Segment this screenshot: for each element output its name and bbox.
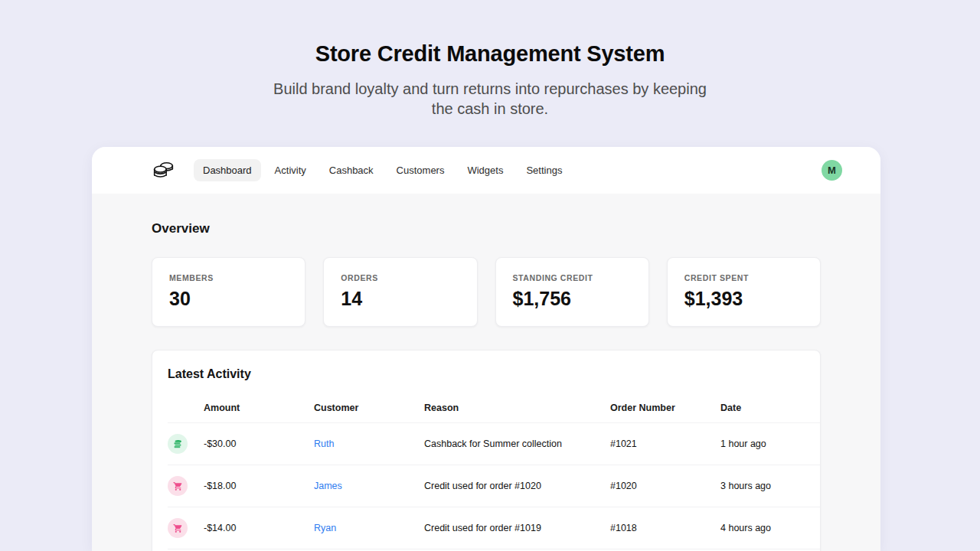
coins-stack-logo-icon	[152, 161, 175, 181]
latest-activity-panel: Latest Activity Amount Customer Reason O…	[152, 350, 821, 551]
stat-value: 14	[341, 288, 459, 310]
nav-items: Dashboard Activity Cashback Customers Wi…	[194, 159, 822, 181]
stat-value: $1,756	[513, 288, 632, 310]
activity-row: -$30.00 Ruth Cashback for Summer collect…	[168, 423, 821, 465]
stat-value: 30	[169, 288, 288, 310]
activity-header-row: Amount Customer Reason Order Number Date	[168, 395, 821, 423]
nav-item-activity[interactable]: Activity	[266, 159, 315, 181]
col-customer: Customer	[314, 395, 424, 423]
page-title: Store Credit Management System	[0, 41, 980, 67]
col-reason: Reason	[424, 395, 610, 423]
nav-item-widgets[interactable]: Widgets	[458, 159, 512, 181]
activity-date: 4 hours ago	[720, 507, 821, 549]
activity-amount: -$18.00	[204, 465, 314, 507]
stat-card-members: MEMBERS 30	[152, 257, 305, 327]
col-amount: Amount	[204, 395, 314, 423]
activity-table: Amount Customer Reason Order Number Date	[168, 395, 821, 551]
activity-amount: -$30.00	[204, 423, 314, 465]
coins-icon	[168, 434, 188, 454]
cart-icon	[168, 476, 188, 496]
latest-activity-heading: Latest Activity	[168, 367, 805, 381]
cart-icon	[168, 518, 188, 538]
page-subtitle: Build brand loyalty and turn returns int…	[268, 79, 712, 119]
activity-row: -$18.00 James Credit used for order #102…	[168, 465, 821, 507]
stat-label: STANDING CREDIT	[513, 273, 632, 282]
customer-link[interactable]: Ryan	[314, 523, 336, 533]
icon-column-header	[168, 395, 204, 423]
activity-order: #1018	[610, 507, 720, 549]
activity-row: -$14.00 Ryan Credit used for order #1019…	[168, 507, 821, 549]
nav-item-customers[interactable]: Customers	[387, 159, 454, 181]
nav-item-cashback[interactable]: Cashback	[320, 159, 383, 181]
activity-reason: Credit used for order #1019	[424, 507, 610, 549]
avatar[interactable]: M	[822, 160, 842, 181]
stat-card-orders: ORDERS 14	[323, 257, 477, 327]
hero-section: Store Credit Management System Build bra…	[0, 0, 980, 119]
col-date: Date	[720, 395, 821, 423]
customer-link[interactable]: Ruth	[314, 439, 334, 449]
nav-item-settings[interactable]: Settings	[517, 159, 571, 181]
app-window: Dashboard Activity Cashback Customers Wi…	[92, 147, 880, 551]
page: Store Credit Management System Build bra…	[0, 0, 980, 551]
activity-date: 1 hour ago	[720, 423, 821, 465]
stats-row: MEMBERS 30 ORDERS 14 STANDING CREDIT $1,…	[152, 257, 821, 327]
activity-date: 3 hours ago	[720, 465, 821, 507]
activity-order: #1020	[610, 465, 720, 507]
stat-label: CREDIT SPENT	[684, 273, 803, 282]
overview-heading: Overview	[152, 221, 821, 236]
dashboard-content: Overview MEMBERS 30 ORDERS 14 STANDING C…	[92, 221, 880, 551]
stat-label: MEMBERS	[169, 273, 288, 282]
stat-card-credit-spent: CREDIT SPENT $1,393	[667, 257, 821, 327]
activity-reason: Cashback for Summer collection	[424, 423, 610, 465]
stat-label: ORDERS	[341, 273, 459, 282]
activity-amount: -$14.00	[204, 507, 314, 549]
customer-link[interactable]: James	[314, 481, 342, 491]
stat-value: $1,393	[684, 288, 803, 310]
activity-order: #1021	[610, 423, 720, 465]
col-order-number: Order Number	[610, 395, 720, 423]
stat-card-standing-credit: STANDING CREDIT $1,756	[495, 257, 649, 327]
top-nav: Dashboard Activity Cashback Customers Wi…	[92, 147, 880, 194]
activity-reason: Credit used for order #1020	[424, 465, 610, 507]
nav-item-dashboard[interactable]: Dashboard	[194, 159, 261, 181]
